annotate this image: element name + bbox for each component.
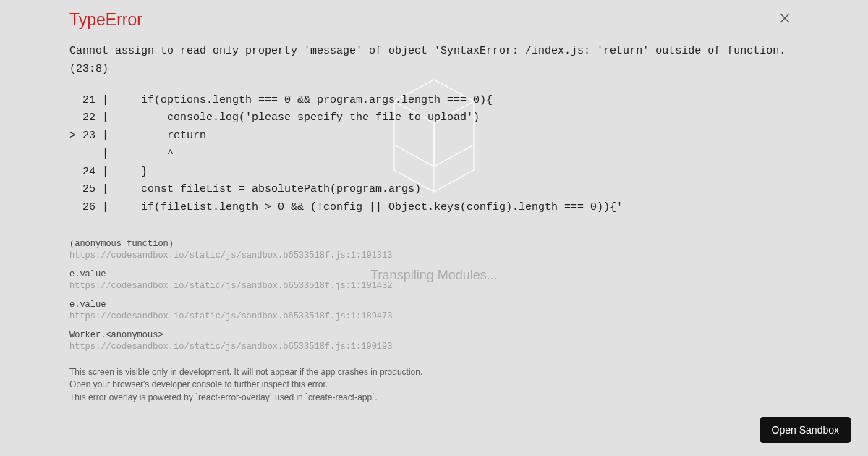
error-message: Cannot assign to read only property 'mes… (69, 43, 799, 79)
stack-frame-name: e.value (69, 300, 799, 310)
stack-frame: Worker.<anonymous> https://codesandbox.i… (69, 330, 799, 352)
error-overlay: TypeError Cannot assign to read only pro… (0, 0, 868, 456)
stack-frame-name: e.value (69, 269, 799, 279)
stack-frame-location[interactable]: https://codesandbox.io/static/js/sandbox… (69, 250, 799, 261)
error-title: TypeError (69, 10, 799, 30)
stack-frame-location[interactable]: https://codesandbox.io/static/js/sandbox… (69, 311, 799, 321)
stack-frame-location[interactable]: https://codesandbox.io/static/js/sandbox… (69, 281, 799, 291)
stack-trace: (anonymous function) https://codesandbox… (69, 239, 799, 352)
open-sandbox-button[interactable]: Open Sandbox (760, 417, 851, 443)
close-button[interactable] (780, 13, 790, 23)
footer-line: This error overlay is powered by `react-… (69, 392, 799, 404)
stack-frame: (anonymous function) https://codesandbox… (69, 239, 799, 261)
stack-frame: e.value https://codesandbox.io/static/js… (69, 300, 799, 321)
code-frame: 21 | if(options.length === 0 && program.… (69, 92, 799, 217)
stack-frame: e.value https://codesandbox.io/static/js… (69, 269, 799, 291)
footer-line: Open your browser's developer console to… (69, 379, 799, 391)
overlay-footer: This screen is visible only in developme… (69, 366, 799, 404)
stack-frame-location[interactable]: https://codesandbox.io/static/js/sandbox… (69, 342, 799, 352)
stack-frame-name: (anonymous function) (69, 239, 799, 249)
footer-line: This screen is visible only in developme… (69, 366, 799, 379)
stack-frame-name: Worker.<anonymous> (69, 330, 799, 340)
close-icon (780, 13, 790, 23)
